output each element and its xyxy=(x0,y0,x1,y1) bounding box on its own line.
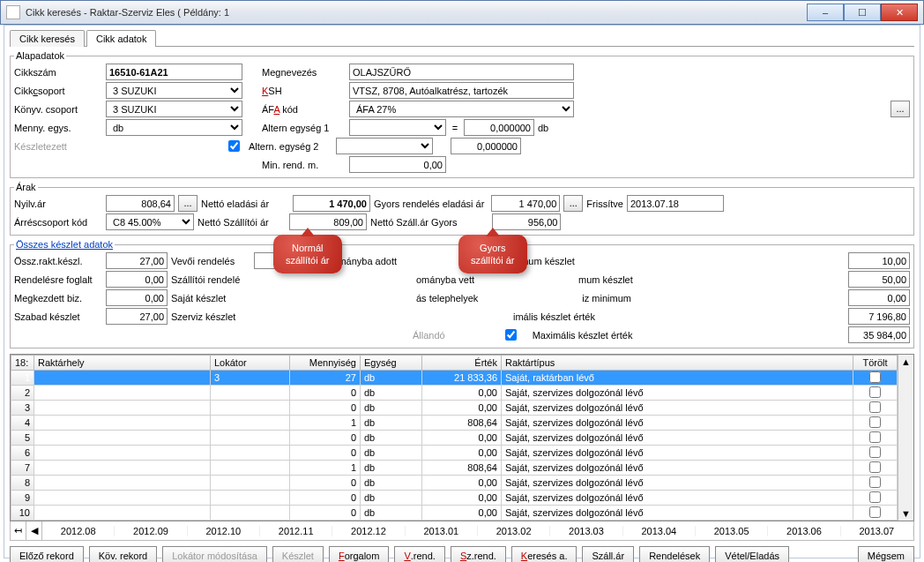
timeline-month[interactable]: 2012.09 xyxy=(115,526,187,536)
scroll-down-icon[interactable]: ▼ xyxy=(901,508,911,519)
row-torolt-checkbox[interactable] xyxy=(869,371,881,383)
table-row[interactable]: 41db808,64Saját, szervizes dolgozónál lé… xyxy=(11,416,898,431)
input-nyilvar[interactable] xyxy=(106,195,175,212)
label-megnevezes: Megnevezés xyxy=(262,67,346,78)
table-row[interactable]: 71db808,64Saját, szervizes dolgozónál lé… xyxy=(11,461,898,476)
table-row[interactable]: 100db0,00Saját, szervizes dolgozónál lév… xyxy=(11,506,898,521)
input-minrend[interactable] xyxy=(349,156,446,173)
row-torolt-checkbox[interactable] xyxy=(869,446,881,458)
label-db: db xyxy=(538,123,548,133)
table-row[interactable]: 60db0,00Saját, szervizes dolgozónál lévő xyxy=(11,446,898,461)
input-gyors-eladasi[interactable] xyxy=(491,195,560,212)
row-torolt-checkbox[interactable] xyxy=(869,416,881,428)
timeline-month[interactable]: 2012.08 xyxy=(42,526,115,536)
select-afakod[interactable]: ÁFA 27% xyxy=(349,101,574,117)
grid-scrollbar[interactable]: ▲ ▼ xyxy=(898,355,913,521)
col-torolt[interactable]: Törölt xyxy=(853,356,898,371)
grid-wrapper: 18: Raktárhely Lokátor Mennyiség Egység … xyxy=(10,354,914,521)
row-torolt-checkbox[interactable] xyxy=(869,491,881,503)
select-cikkcsoport[interactable]: 3 SUZUKI xyxy=(106,82,242,99)
button-szrend[interactable]: Sz.rend. xyxy=(451,546,506,562)
input-altern2-val[interactable] xyxy=(451,138,521,154)
row-torolt-checkbox[interactable] xyxy=(869,476,881,488)
col-egyseg[interactable]: Egység xyxy=(361,356,422,371)
button-veteleladas[interactable]: Vétel/Eladás xyxy=(715,546,789,562)
button-dots-nyilv[interactable]: ... xyxy=(178,195,197,212)
tab-cikk-kereses[interactable]: Cikk keresés xyxy=(10,30,85,47)
button-lokator-modositasa: Lokátor módosítása xyxy=(162,546,267,562)
timeline-month[interactable]: 2013.05 xyxy=(696,526,768,536)
checkbox-keszletezett[interactable] xyxy=(228,140,240,152)
label-rendfoglalt: Rendelésre foglalt xyxy=(14,274,102,285)
input-cikkszam[interactable] xyxy=(106,64,242,80)
window-title: Cikk keresés - Raktar-Szerviz Eles ( Pél… xyxy=(26,7,229,18)
table-row[interactable]: 20db0,00Saját, szervizes dolgozónál lévő xyxy=(11,386,898,401)
col-raktarhely[interactable]: Raktárhely xyxy=(34,356,211,371)
col-raktartipus[interactable]: Raktártípus xyxy=(502,356,853,371)
table-row[interactable]: 50db0,00Saját, szervizes dolgozónál lévő xyxy=(11,431,898,446)
checkbox-allando[interactable] xyxy=(505,329,517,341)
row-torolt-checkbox[interactable] xyxy=(869,461,881,473)
label-megkezdett: Megkezdett biz. xyxy=(14,293,102,303)
select-mennyegys[interactable]: db xyxy=(106,119,242,136)
col-lokator[interactable]: Lokátor xyxy=(211,356,290,371)
timeline-month[interactable]: 2013.02 xyxy=(478,526,550,536)
input-altern1-val[interactable] xyxy=(464,119,534,136)
label-vevoi: Vevői rendelés xyxy=(171,256,250,266)
timeline-month[interactable]: 2013.06 xyxy=(768,526,840,536)
maximize-button[interactable]: ☐ xyxy=(844,4,881,21)
tab-cikk-adatok[interactable]: Cikk adatok xyxy=(86,30,156,47)
input-ksh[interactable] xyxy=(349,82,574,99)
label-netto-szallitoi: Nettó Szállítói ár xyxy=(197,217,286,228)
timeline-month[interactable]: 2013.01 xyxy=(406,526,478,536)
label-frissitve: Frissítve xyxy=(586,199,623,209)
row-torolt-checkbox[interactable] xyxy=(869,386,881,398)
table-row[interactable]: 30db0,00Saját, szervizes dolgozónál lévő xyxy=(11,401,898,416)
timeline-month[interactable]: 2013.04 xyxy=(623,526,696,536)
minimize-button[interactable]: – xyxy=(807,4,844,21)
button-kovetkezo[interactable]: Köv. rekord xyxy=(89,546,157,562)
select-arrescsoport[interactable]: C8 45.00% xyxy=(106,214,194,230)
label-netto-szall-gyors: Nettó Száll.ár Gyors xyxy=(370,217,457,228)
col-n[interactable]: 18: xyxy=(11,356,34,371)
row-torolt-checkbox[interactable] xyxy=(869,431,881,443)
timeline-left2-icon[interactable]: ◀ xyxy=(26,521,42,540)
select-altern2[interactable] xyxy=(336,138,433,154)
col-mennyiseg[interactable]: Mennyiség xyxy=(290,356,361,371)
timeline-left-icon[interactable]: ↤ xyxy=(11,521,26,540)
select-konyvcsoport[interactable]: 3 SUZUKI xyxy=(106,101,242,117)
button-vrend[interactable]: V.rend. xyxy=(394,546,444,562)
table-row[interactable]: 1327db21 833,36Saját, raktárban lévő xyxy=(11,371,898,386)
button-keszlet: Készlet xyxy=(272,546,324,562)
timeline-month[interactable]: 2012.11 xyxy=(260,526,332,536)
timeline-month[interactable]: 2013.07 xyxy=(841,526,913,536)
label-bizvett-partial: ományba vett xyxy=(416,274,474,285)
input-netto-szall-gyors[interactable] xyxy=(492,214,561,230)
col-ertek[interactable]: Érték xyxy=(422,356,502,371)
table-row[interactable]: 90db0,00Saját, szervizes dolgozónál lévő xyxy=(11,491,898,506)
input-maxkeszlet xyxy=(848,271,910,288)
button-elozo[interactable]: Előző rekord xyxy=(10,546,84,562)
input-frissitve[interactable] xyxy=(627,195,724,212)
select-altern1[interactable] xyxy=(349,119,446,136)
timeline-month[interactable]: 2012.12 xyxy=(332,526,405,536)
table-row[interactable]: 80db0,00Saját, szervizes dolgozónál lévő xyxy=(11,476,898,491)
scroll-up-icon[interactable]: ▲ xyxy=(901,356,911,367)
timeline-month[interactable]: 2013.03 xyxy=(550,526,622,536)
grid[interactable]: 18: Raktárhely Lokátor Mennyiség Egység … xyxy=(11,355,898,521)
button-dots-gyors[interactable]: ... xyxy=(563,195,583,212)
button-forgalom[interactable]: Forgalom xyxy=(329,546,389,562)
input-netto-eladasi[interactable] xyxy=(293,195,370,212)
input-rendfoglalt xyxy=(106,271,168,288)
row-torolt-checkbox[interactable] xyxy=(869,401,881,413)
button-szallar[interactable]: Száll.ár xyxy=(582,546,634,562)
close-button[interactable]: ✕ xyxy=(881,4,918,21)
button-keresesa[interactable]: Keresés a. xyxy=(511,546,578,562)
row-torolt-checkbox[interactable] xyxy=(869,506,881,518)
timeline[interactable]: ↤ ◀ 2012.082012.092012.102012.112012.122… xyxy=(10,521,914,541)
button-dots-1[interactable]: ... xyxy=(890,101,910,117)
timeline-month[interactable]: 2012.10 xyxy=(188,526,260,536)
button-rendelesek[interactable]: Rendelések xyxy=(639,546,710,562)
input-megnevezes[interactable] xyxy=(349,64,574,80)
button-megsem[interactable]: Mégsem xyxy=(858,546,914,562)
